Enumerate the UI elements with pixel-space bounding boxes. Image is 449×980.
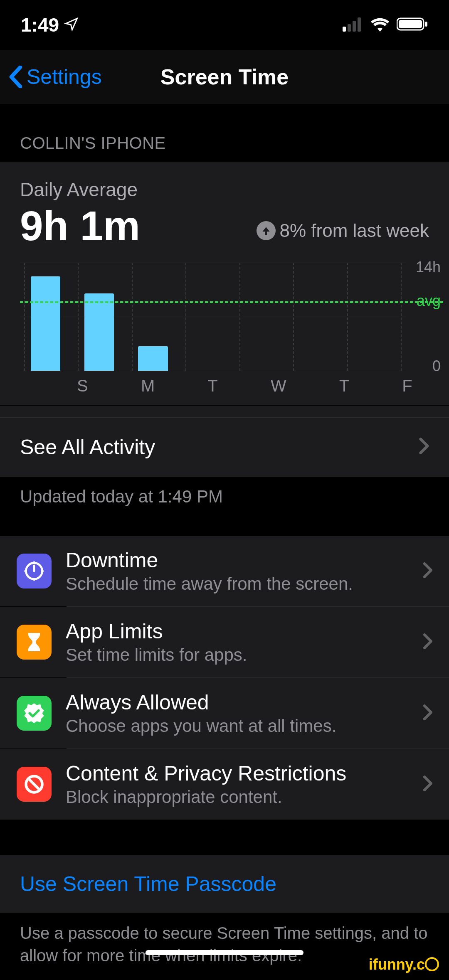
chevron-right-icon [423, 562, 432, 580]
chevron-right-icon [423, 704, 432, 722]
screen-time-summary-card: Daily Average 9h 1m 8% from last week 14… [0, 162, 449, 477]
y-tick-bottom: 0 [432, 357, 441, 375]
y-tick-top: 14h [416, 259, 441, 276]
svg-rect-1 [348, 24, 351, 32]
home-indicator[interactable] [146, 950, 303, 955]
x-axis-label: S [24, 377, 88, 395]
use-screen-time-passcode-button[interactable]: Use Screen Time Passcode [0, 855, 449, 913]
setting-title: App Limits [66, 619, 409, 643]
cellular-signal-icon [343, 14, 363, 36]
setting-title: Always Allowed [66, 690, 409, 714]
wifi-icon [370, 14, 390, 36]
avg-label: avg [417, 292, 441, 310]
setting-title: Downtime [66, 548, 409, 572]
status-time: 1:49 [21, 14, 59, 36]
no-symbol-icon [17, 767, 52, 802]
screen-time-settings-list: DowntimeSchedule time away from the scre… [0, 536, 449, 820]
chart-bar [138, 346, 168, 371]
see-all-activity-row[interactable]: See All Activity [0, 417, 449, 477]
svg-rect-5 [399, 20, 422, 28]
chevron-left-icon [8, 66, 23, 88]
svg-rect-0 [343, 27, 346, 32]
hourglass-icon [17, 625, 52, 660]
device-header: COLLIN'S IPHONE [0, 104, 449, 162]
status-bar: 1:49 [0, 0, 449, 50]
svg-rect-3 [358, 17, 361, 32]
daily-average-label: Daily Average [20, 178, 429, 201]
setting-row-app-limits[interactable]: App LimitsSet time limits for apps. [0, 607, 449, 677]
nav-bar: Settings Screen Time [0, 50, 449, 104]
downtime-clock-icon [17, 554, 52, 588]
setting-title: Content & Privacy Restrictions [66, 761, 409, 785]
trend-text: 8% from last week [280, 220, 429, 241]
chevron-right-icon [423, 633, 432, 651]
svg-line-13 [29, 779, 39, 790]
chart-bar [31, 276, 60, 371]
x-axis-label: M [88, 377, 155, 395]
back-button[interactable]: Settings [0, 65, 102, 89]
setting-row-always-allowed[interactable]: Always AllowedChoose apps you want at al… [0, 678, 449, 749]
setting-subtitle: Schedule time away from the screen. [66, 574, 409, 594]
chevron-right-icon [423, 776, 432, 793]
setting-subtitle: Set time limits for apps. [66, 645, 409, 665]
arrow-up-icon [257, 221, 276, 240]
back-label: Settings [27, 65, 102, 89]
setting-subtitle: Choose apps you want at all times. [66, 716, 409, 736]
setting-subtitle: Block inappropriate content. [66, 787, 409, 807]
checkmark-seal-icon [17, 696, 52, 731]
x-axis-label: T [155, 377, 218, 395]
updated-timestamp: Updated today at 1:49 PM [0, 477, 449, 536]
weekly-chart: 14h 0 avg [0, 252, 449, 371]
setting-row-downtime[interactable]: DowntimeSchedule time away from the scre… [0, 536, 449, 606]
x-axis-label: W [218, 377, 286, 395]
watermark: ifunny.c [369, 956, 439, 973]
see-all-activity-label: See All Activity [20, 435, 155, 459]
battery-icon [397, 14, 428, 36]
chart-bar [84, 293, 114, 371]
trend-indicator: 8% from last week [257, 220, 429, 248]
location-arrow-icon [64, 14, 79, 36]
x-axis-label: T [286, 377, 350, 395]
daily-average-value: 9h 1m [20, 204, 140, 248]
x-axis-label: F [349, 377, 412, 395]
setting-row-content-privacy-restrictions[interactable]: Content & Privacy RestrictionsBlock inap… [0, 749, 449, 820]
svg-rect-2 [353, 21, 356, 32]
svg-rect-6 [425, 22, 427, 27]
chevron-right-icon [419, 435, 429, 459]
